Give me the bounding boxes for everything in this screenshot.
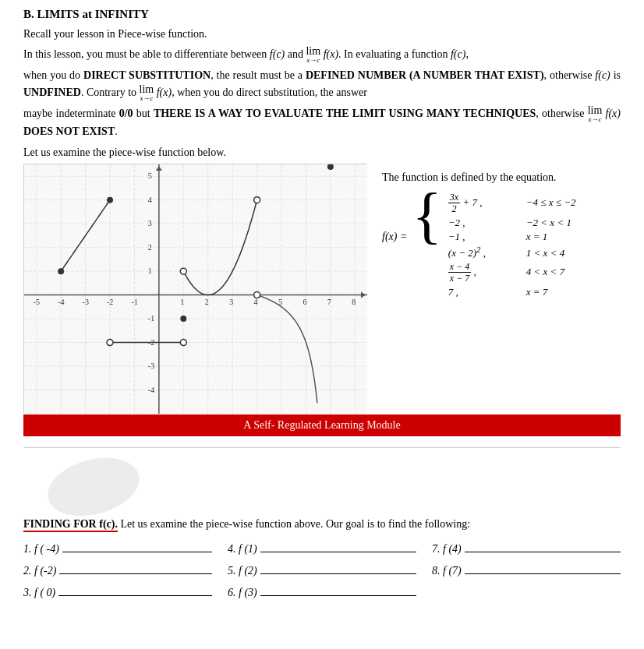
ex6-blank[interactable] (260, 584, 416, 596)
exercise-7: 7. f (4) (432, 540, 621, 556)
exercise-6: 6. f (3) (228, 584, 416, 599)
examine-text: Let us examine the piece-wise function b… (23, 146, 621, 159)
case-row-6: 7 , x = 7 (448, 286, 576, 298)
ex4-label: 4. f (1) (228, 543, 257, 556)
ex8-label: 8. f (7) (432, 565, 462, 577)
exercise-1: 1. f ( -4) (23, 540, 212, 556)
piecewise-container: f(x) = { 3x2 + 7 , −4 ≤ x ≤ −2 −2 , −2 <… (382, 192, 621, 298)
ex4-blank[interactable] (260, 540, 416, 552)
section-title: B. LIMITS at INFINITY (23, 8, 621, 21)
paragraph-4: maybe indeterminate 0/0 but THERE IS A W… (23, 105, 621, 140)
exercise-2: 2. f (-2) (23, 562, 212, 577)
watermark-area (23, 456, 621, 518)
fx-label: f(x) = (382, 231, 407, 243)
case-row-4: (x − 2)2 , 1 < x < 4 (448, 245, 576, 259)
ex7-label: 7. f (4) (432, 543, 462, 556)
p2-fc2: f(c) (451, 48, 465, 60)
case-row-2: −2 , −2 < x < 1 (448, 217, 576, 229)
exercise-8: 8. f (7) (432, 562, 621, 577)
ex5-label: 5. f (2) (228, 565, 257, 577)
finding-text-body: Let us examine the piece-wise function a… (120, 518, 470, 530)
exercise-col-1: 1. f ( -4) 2. f (-2) 3. f ( 0) (23, 540, 212, 599)
exercise-4: 4. f (1) (228, 540, 416, 556)
divider (23, 447, 621, 448)
case-row-1: 3x2 + 7 , −4 ≤ x ≤ −2 (448, 192, 576, 215)
ex1-label: 1. f ( -4) (23, 543, 59, 556)
p2-fx: f(x) (324, 48, 338, 60)
p2-text-a: In this lesson, you must be able to diff… (23, 48, 270, 60)
graph-equation-row: The function is defined by the equation.… (23, 164, 621, 413)
ex2-blank[interactable] (59, 562, 212, 574)
exercise-col-3: 7. f (4) 8. f (7) (432, 540, 621, 599)
exercise-col-2: 4. f (1) 5. f (2) 6. f (3) (228, 540, 416, 599)
ex5-blank[interactable] (260, 562, 416, 574)
paragraph-2: In this lesson, you must be able to diff… (23, 46, 621, 64)
paragraph-3: when you do DIRECT SUBSTITUTION, the res… (23, 67, 621, 102)
p2-fc: f(c) (270, 48, 285, 60)
finding-header: FINDING FOR f(c). (23, 518, 118, 532)
ex2-label: 2. f (-2) (23, 565, 56, 577)
finding-section: FINDING FOR f(c). Let us examine the pie… (23, 518, 621, 531)
watermark-oval (41, 449, 146, 526)
red-banner: A Self- Regulated Learning Module (23, 414, 621, 436)
ex1-blank[interactable] (62, 540, 212, 552)
ex3-label: 3. f ( 0) (23, 587, 55, 599)
case-row-3: −1 , x = 1 (448, 231, 576, 243)
ex6-label: 6. f (3) (228, 587, 257, 599)
big-brace: { (412, 189, 441, 242)
paragraph-1: Recall your lesson in Piece-wise functio… (23, 26, 621, 43)
exercise-5: 5. f (2) (228, 562, 416, 577)
p2-text-e: , (465, 48, 469, 60)
piecewise-cases: 3x2 + 7 , −4 ≤ x ≤ −2 −2 , −2 < x < 1 −1… (448, 192, 576, 298)
exercises-grid: 1. f ( -4) 2. f (-2) 3. f ( 0) 4. f (1) … (23, 540, 621, 599)
p2-text-d: . In evaluating a function (338, 48, 451, 60)
exercise-3: 3. f ( 0) (23, 584, 212, 599)
p2-text-b: and (285, 48, 306, 60)
lim-notation: limx→c (306, 46, 320, 64)
ex3-blank[interactable] (58, 584, 212, 596)
equation-side: The function is defined by the equation.… (382, 164, 621, 298)
ex8-blank[interactable] (465, 562, 621, 574)
ex7-blank[interactable] (465, 540, 621, 552)
case-row-5: x − 4x − 7 , 4 < x < 7 (448, 261, 576, 284)
graph-container (23, 164, 366, 413)
